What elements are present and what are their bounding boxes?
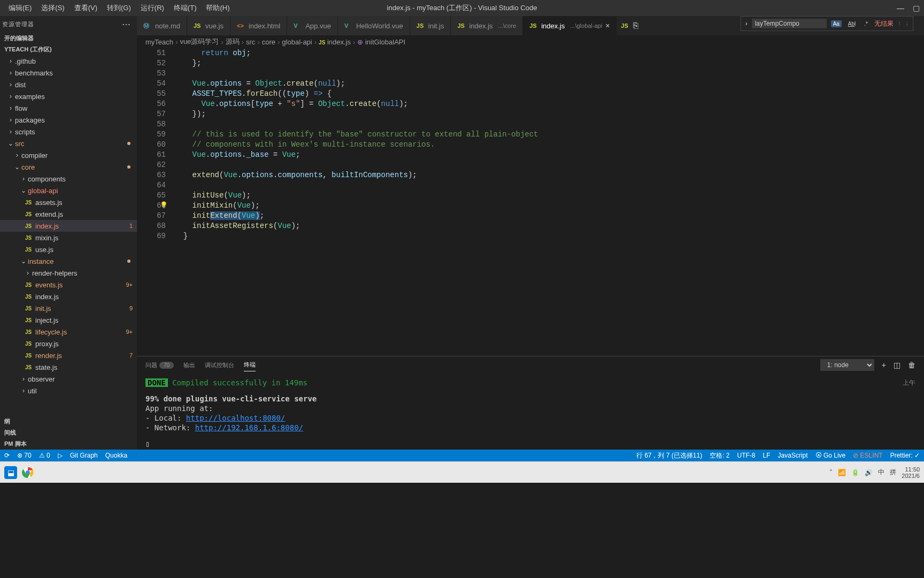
file-extend[interactable]: JSextend.js <box>0 208 137 220</box>
breadcrumbs[interactable]: myTeach›vue源码学习›源码›src›core›global-api›J… <box>137 35 924 48</box>
folder-core[interactable]: ⌄core <box>0 161 137 173</box>
eslint-status[interactable]: ⊘ ESLINT <box>853 452 882 459</box>
breadcrumb-item[interactable]: src <box>246 38 255 46</box>
close-icon[interactable]: × <box>605 21 610 30</box>
battery-icon[interactable]: 🔋 <box>851 469 859 476</box>
breadcrumb-item[interactable]: global-api <box>282 38 312 46</box>
regex-icon[interactable]: .* <box>862 20 870 27</box>
outline-header[interactable]: 纲 <box>0 416 137 427</box>
menu-go[interactable]: 转到(G) <box>103 1 135 15</box>
file-index2[interactable]: JSindex.js <box>0 291 137 302</box>
network-link[interactable]: http://192.168.1.6:8080/ <box>195 423 303 432</box>
tab-index-js[interactable]: JSindex.js...\global-api× <box>523 16 617 35</box>
prettier-status[interactable]: Prettier: ✓ <box>890 452 920 459</box>
clock[interactable]: 11:50 2021/6 <box>902 466 920 479</box>
folder-util[interactable]: ›util <box>0 385 137 397</box>
breadcrumb-item[interactable]: JS index.js <box>319 38 351 46</box>
match-case-icon[interactable]: Aa <box>831 20 842 27</box>
find-input[interactable] <box>752 19 827 28</box>
menu-edit[interactable]: 编辑(E) <box>4 1 36 15</box>
wifi-icon[interactable]: 📶 <box>838 469 846 476</box>
folder-components[interactable]: ›components <box>0 173 137 185</box>
panel-tab-terminal[interactable]: 终端 <box>244 359 256 371</box>
ime2-icon[interactable]: 拼 <box>890 468 896 477</box>
tab-note-md[interactable]: Ⓜnote.md <box>137 16 187 35</box>
find-prev-icon[interactable]: ↑ <box>898 20 901 27</box>
file-lifecycle[interactable]: JSlifecycle.js9+ <box>0 326 137 338</box>
breadcrumb-item[interactable]: myTeach <box>145 38 173 46</box>
panel-tab-problems[interactable]: 问题70 <box>145 359 174 371</box>
folder-github[interactable]: ›.github <box>0 55 137 67</box>
new-terminal-icon[interactable]: + <box>882 361 886 369</box>
maximize-icon[interactable]: ▢ <box>913 4 920 12</box>
lightbulb-icon[interactable]: 💡 <box>160 201 168 211</box>
folder-render-helpers[interactable]: ›render-helpers <box>0 267 137 279</box>
language-mode[interactable]: JavaScript <box>778 452 808 459</box>
file-proxy[interactable]: JSproxy.js <box>0 338 137 349</box>
tab-HelloWorld-vue[interactable]: VHelloWorld.vue <box>338 16 410 35</box>
panel-tab-output[interactable]: 输出 <box>183 359 195 371</box>
split-terminal-icon[interactable]: ◫ <box>894 361 900 369</box>
menu-help[interactable]: 帮助(H) <box>202 1 234 15</box>
tray-chevron-icon[interactable]: ˄ <box>829 469 833 476</box>
localhost-link[interactable]: http://localhost:8080/ <box>186 414 285 422</box>
open-editors-header[interactable]: 开的编辑器 <box>0 33 137 44</box>
sync-button[interactable]: ⟳ <box>4 452 10 459</box>
kill-terminal-icon[interactable]: 🗑 <box>908 361 915 369</box>
folder-dist[interactable]: ›dist <box>0 79 137 90</box>
panel-tab-debug[interactable]: 调试控制台 <box>205 359 234 371</box>
folder-src[interactable]: ⌄src <box>0 138 137 149</box>
tab-init-js[interactable]: JSinit.js <box>410 16 451 35</box>
code-editor[interactable]: 51525354555657585960616263646566💡676869 … <box>137 48 924 356</box>
file-render[interactable]: JSrender.js7 <box>0 349 137 361</box>
folder-observer[interactable]: ›observer <box>0 373 137 385</box>
whole-word-icon[interactable]: Abl <box>846 20 858 27</box>
warnings-count[interactable]: ⚠ 0 <box>39 452 50 459</box>
chrome-icon[interactable] <box>21 466 34 479</box>
folder-packages[interactable]: ›packages <box>0 114 137 126</box>
timeline-header[interactable]: 间线 <box>0 427 137 438</box>
file-use[interactable]: JSuse.js <box>0 244 137 255</box>
more-actions-icon[interactable]: ⋯ <box>122 19 130 29</box>
debug-icon[interactable]: ▷ <box>58 452 63 459</box>
volume-icon[interactable]: 🔊 <box>865 469 873 476</box>
folder-benchmarks[interactable]: ›benchmarks <box>0 67 137 79</box>
encoding[interactable]: UTF-8 <box>737 452 756 459</box>
file-index[interactable]: JSindex.js1 <box>0 220 137 232</box>
compare-icon[interactable]: ⎘ <box>633 21 638 31</box>
quokka-button[interactable]: Quokka <box>105 452 127 459</box>
tab-index-js[interactable]: JSindex.js...\core <box>451 16 523 35</box>
menu-view[interactable]: 查看(V) <box>70 1 102 15</box>
tab-App-vue[interactable]: VApp.vue <box>287 16 338 35</box>
file-assets[interactable]: JSassets.js <box>0 196 137 208</box>
breadcrumb-item[interactable]: 源码 <box>226 37 240 47</box>
file-events[interactable]: JSevents.js9+ <box>0 279 137 291</box>
menu-run[interactable]: 运行(R) <box>136 1 168 15</box>
folder-flow[interactable]: ›flow <box>0 102 137 114</box>
errors-count[interactable]: ⊗ 70 <box>17 452 32 459</box>
eol[interactable]: LF <box>763 452 771 459</box>
menu-terminal[interactable]: 终端(T) <box>170 1 201 15</box>
app-icon-1[interactable]: ⬓ <box>4 466 17 479</box>
minimize-icon[interactable]: — <box>897 4 904 12</box>
chevron-right-icon[interactable]: › <box>745 20 748 27</box>
folder-global-api[interactable]: ⌄global-api <box>0 185 137 196</box>
tab-index-html[interactable]: <>index.html <box>230 16 287 35</box>
workspace-header[interactable]: YTEACH (工作区) <box>0 44 137 55</box>
file-init[interactable]: JSinit.js9 <box>0 302 137 314</box>
breadcrumb-item[interactable]: ⊕ initGlobalAPI <box>357 38 405 46</box>
menu-selection[interactable]: 选择(S) <box>37 1 68 15</box>
folder-instance[interactable]: ⌄instance <box>0 255 137 267</box>
npm-scripts-header[interactable]: PM 脚本 <box>0 438 137 450</box>
go-live-button[interactable]: ⦿ Go Live <box>815 452 846 459</box>
terminal-content[interactable]: 上午 DONE Compiled successfully in 149ms 9… <box>137 374 924 453</box>
find-next-icon[interactable]: ↓ <box>905 20 908 27</box>
tab-vue-js[interactable]: JSvue.js <box>187 16 230 35</box>
git-graph-button[interactable]: Git Graph <box>70 452 98 459</box>
terminal-selector[interactable]: 1: node <box>820 359 874 371</box>
folder-compiler[interactable]: ›compiler <box>0 149 137 161</box>
ime-icon[interactable]: 中 <box>878 468 884 477</box>
breadcrumb-item[interactable]: vue源码学习 <box>180 37 219 47</box>
file-mixin[interactable]: JSmixin.js <box>0 232 137 244</box>
file-inject[interactable]: JSinject.js <box>0 314 137 326</box>
